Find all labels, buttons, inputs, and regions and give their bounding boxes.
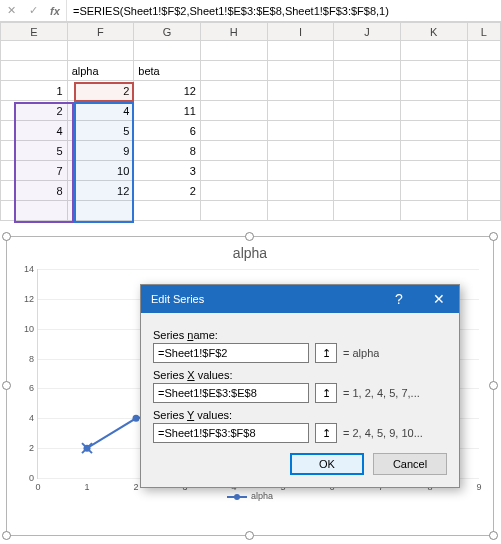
cell[interactable]: 4	[67, 101, 134, 121]
dialog-close-button[interactable]: ✕	[419, 285, 459, 313]
cell[interactable]	[400, 141, 467, 161]
cancel-button[interactable]: Cancel	[373, 453, 447, 475]
range-picker-button[interactable]: ↥	[315, 383, 337, 403]
cell[interactable]	[1, 61, 68, 81]
cell[interactable]: 4	[1, 121, 68, 141]
col-header-K[interactable]: K	[400, 23, 467, 41]
chart-title[interactable]: alpha	[7, 237, 493, 265]
cell[interactable]	[400, 101, 467, 121]
cell[interactable]: 5	[1, 141, 68, 161]
dialog-help-button[interactable]: ?	[379, 285, 419, 313]
cell[interactable]: 11	[134, 101, 201, 121]
cell[interactable]	[467, 61, 500, 81]
cell[interactable]	[467, 101, 500, 121]
chart-resize-handle[interactable]	[245, 531, 254, 540]
cell[interactable]	[334, 81, 401, 101]
cell[interactable]	[200, 181, 267, 201]
cell[interactable]	[400, 161, 467, 181]
cell[interactable]	[200, 61, 267, 81]
cell[interactable]	[467, 81, 500, 101]
cell[interactable]	[267, 201, 334, 221]
cell[interactable]	[200, 121, 267, 141]
cell[interactable]	[134, 41, 201, 61]
col-header-F[interactable]: F	[67, 23, 134, 41]
cell[interactable]	[267, 181, 334, 201]
col-header-G[interactable]: G	[134, 23, 201, 41]
cell[interactable]	[334, 41, 401, 61]
cell[interactable]	[134, 201, 201, 221]
col-header-E[interactable]: E	[1, 23, 68, 41]
cell[interactable]: 10	[67, 161, 134, 181]
cell[interactable]	[467, 201, 500, 221]
cell[interactable]: 7	[1, 161, 68, 181]
cell[interactable]	[267, 81, 334, 101]
cell[interactable]	[400, 121, 467, 141]
cell[interactable]	[267, 101, 334, 121]
cell[interactable]	[267, 61, 334, 81]
chart-resize-handle[interactable]	[2, 381, 11, 390]
formula-accept-icon[interactable]: ✓	[22, 4, 44, 17]
cell[interactable]: 8	[134, 141, 201, 161]
cell[interactable]	[200, 141, 267, 161]
cell[interactable]	[400, 181, 467, 201]
col-header-H[interactable]: H	[200, 23, 267, 41]
series-name-input[interactable]	[153, 343, 309, 363]
cell[interactable]	[267, 141, 334, 161]
cell[interactable]	[400, 61, 467, 81]
col-header-I[interactable]: I	[267, 23, 334, 41]
cell[interactable]: 2	[1, 101, 68, 121]
cell[interactable]	[334, 121, 401, 141]
cell[interactable]: 8	[1, 181, 68, 201]
series-x-input[interactable]	[153, 383, 309, 403]
cell[interactable]	[334, 101, 401, 121]
cell[interactable]	[200, 41, 267, 61]
cell[interactable]: 12	[134, 81, 201, 101]
fx-icon[interactable]: fx	[44, 5, 66, 17]
cell[interactable]	[334, 61, 401, 81]
cell[interactable]	[334, 161, 401, 181]
spreadsheet-grid[interactable]: E F G H I J K L alpha beta 1212 2411 456…	[0, 22, 501, 221]
cell[interactable]	[467, 161, 500, 181]
cell[interactable]	[67, 41, 134, 61]
cell[interactable]	[67, 201, 134, 221]
cell-beta-header[interactable]: beta	[134, 61, 201, 81]
cell[interactable]	[267, 161, 334, 181]
dialog-titlebar[interactable]: Edit Series ? ✕	[141, 285, 459, 313]
cell[interactable]: 1	[1, 81, 68, 101]
cell[interactable]: 2	[67, 81, 134, 101]
formula-input[interactable]	[67, 3, 501, 19]
cell[interactable]: 2	[134, 181, 201, 201]
cell[interactable]	[267, 41, 334, 61]
cell-alpha-header[interactable]: alpha	[67, 61, 134, 81]
ok-button[interactable]: OK	[290, 453, 364, 475]
chart-resize-handle[interactable]	[489, 232, 498, 241]
range-picker-button[interactable]: ↥	[315, 343, 337, 363]
cell[interactable]	[400, 81, 467, 101]
chart-resize-handle[interactable]	[2, 232, 11, 241]
cell[interactable]	[334, 201, 401, 221]
cell[interactable]	[267, 121, 334, 141]
cell[interactable]	[400, 41, 467, 61]
range-picker-button[interactable]: ↥	[315, 423, 337, 443]
cell[interactable]	[334, 181, 401, 201]
cell[interactable]: 9	[67, 141, 134, 161]
cell[interactable]: 6	[134, 121, 201, 141]
cell[interactable]	[334, 141, 401, 161]
cell[interactable]: 12	[67, 181, 134, 201]
formula-cancel-icon[interactable]: ✕	[0, 4, 22, 17]
series-y-input[interactable]	[153, 423, 309, 443]
cell[interactable]	[467, 121, 500, 141]
cell[interactable]	[467, 141, 500, 161]
col-header-J[interactable]: J	[334, 23, 401, 41]
chart-data-point[interactable]	[133, 415, 140, 422]
cell[interactable]	[1, 41, 68, 61]
cell[interactable]	[200, 101, 267, 121]
cell[interactable]	[467, 41, 500, 61]
cell[interactable]	[200, 161, 267, 181]
chart-resize-handle[interactable]	[489, 531, 498, 540]
cell[interactable]	[467, 181, 500, 201]
cell[interactable]: 5	[67, 121, 134, 141]
chart-resize-handle[interactable]	[489, 381, 498, 390]
cell[interactable]: 3	[134, 161, 201, 181]
edit-series-dialog[interactable]: Edit Series ? ✕ Series name: ↥ = alpha S…	[140, 284, 460, 488]
